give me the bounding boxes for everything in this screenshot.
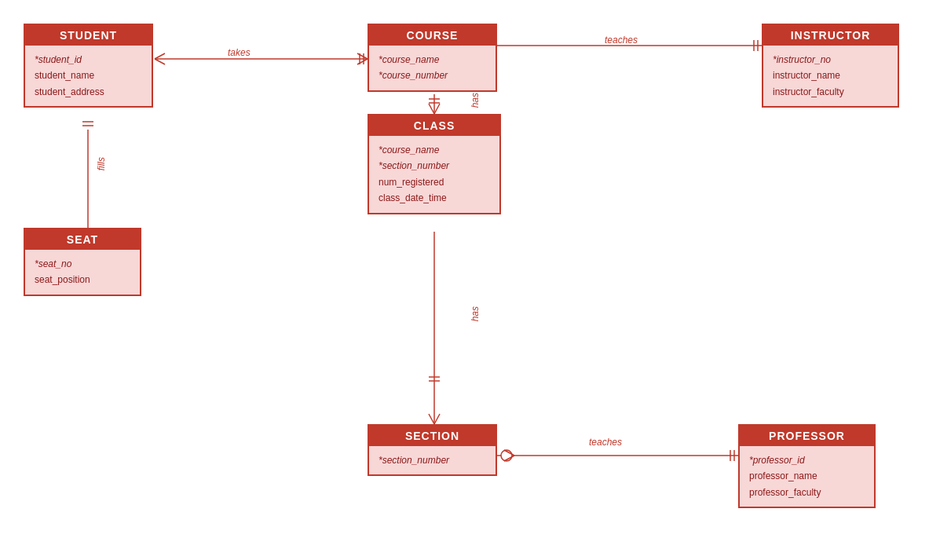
professor-field-3: professor_faculty bbox=[749, 485, 865, 500]
instructor-field-1: *instructor_no bbox=[773, 52, 888, 68]
section-field-1: *section_number bbox=[379, 452, 486, 468]
student-field-3: student_address bbox=[35, 84, 142, 100]
professor-header: PROFESSOR bbox=[740, 426, 874, 446]
svg-line-24 bbox=[434, 414, 440, 424]
student-body: *student_id student_name student_address bbox=[25, 46, 152, 106]
svg-line-2 bbox=[155, 59, 165, 64]
fills-label: fills bbox=[96, 157, 107, 170]
svg-point-28 bbox=[501, 450, 512, 461]
svg-line-23 bbox=[429, 414, 434, 424]
diagram: takes teaches fills has has teaches STUD… bbox=[0, 0, 929, 560]
course-field-1: *course_name bbox=[379, 52, 486, 68]
student-field-2: student_name bbox=[35, 68, 142, 83]
teaches-instructor-label: teaches bbox=[605, 35, 638, 46]
professor-field-1: *professor_id bbox=[749, 452, 865, 468]
instructor-field-2: instructor_name bbox=[773, 68, 888, 83]
course-header: COURSE bbox=[369, 25, 496, 46]
svg-line-30 bbox=[504, 456, 514, 461]
student-entity: STUDENT *student_id student_name student… bbox=[24, 24, 153, 108]
student-header: STUDENT bbox=[25, 25, 152, 46]
svg-line-1 bbox=[155, 53, 165, 59]
seat-field-1: *seat_no bbox=[35, 256, 130, 272]
class-field-1: *course_name bbox=[379, 142, 490, 158]
instructor-body: *instructor_no instructor_name instructo… bbox=[763, 46, 898, 106]
section-header: SECTION bbox=[369, 426, 496, 446]
seat-header: SEAT bbox=[25, 229, 140, 250]
class-field-2: *section_number bbox=[379, 158, 490, 174]
takes-label: takes bbox=[228, 47, 251, 58]
section-entity: SECTION *section_number bbox=[368, 424, 497, 476]
has-course-class-label: has bbox=[470, 93, 481, 108]
professor-entity: PROFESSOR *professor_id professor_name p… bbox=[738, 424, 876, 508]
course-field-2: *course_number bbox=[379, 68, 486, 83]
svg-line-6 bbox=[357, 59, 368, 64]
professor-field-2: professor_name bbox=[749, 468, 865, 484]
section-body: *section_number bbox=[369, 446, 496, 474]
course-body: *course_name *course_number bbox=[369, 46, 496, 90]
class-header: CLASS bbox=[369, 115, 499, 136]
class-entity: CLASS *course_name *section_number num_r… bbox=[368, 114, 501, 214]
instructor-header: INSTRUCTOR bbox=[763, 25, 898, 46]
class-field-4: class_date_time bbox=[379, 190, 490, 206]
seat-field-2: seat_position bbox=[35, 272, 130, 287]
seat-body: *seat_no seat_position bbox=[25, 250, 140, 295]
has-class-section-label: has bbox=[470, 306, 481, 321]
student-field-1: *student_id bbox=[35, 52, 142, 68]
svg-line-21 bbox=[434, 104, 440, 114]
svg-line-20 bbox=[429, 104, 434, 114]
course-entity: COURSE *course_name *course_number bbox=[368, 24, 497, 92]
seat-entity: SEAT *seat_no seat_position bbox=[24, 228, 141, 296]
svg-line-29 bbox=[504, 450, 514, 456]
instructor-field-3: instructor_faculty bbox=[773, 84, 888, 100]
teaches-professor-label: teaches bbox=[589, 437, 622, 448]
instructor-entity: INSTRUCTOR *instructor_no instructor_nam… bbox=[762, 24, 899, 108]
svg-line-5 bbox=[357, 53, 368, 59]
class-body: *course_name *section_number num_registe… bbox=[369, 136, 499, 213]
class-field-3: num_registered bbox=[379, 174, 490, 190]
professor-body: *professor_id professor_name professor_f… bbox=[740, 446, 874, 507]
